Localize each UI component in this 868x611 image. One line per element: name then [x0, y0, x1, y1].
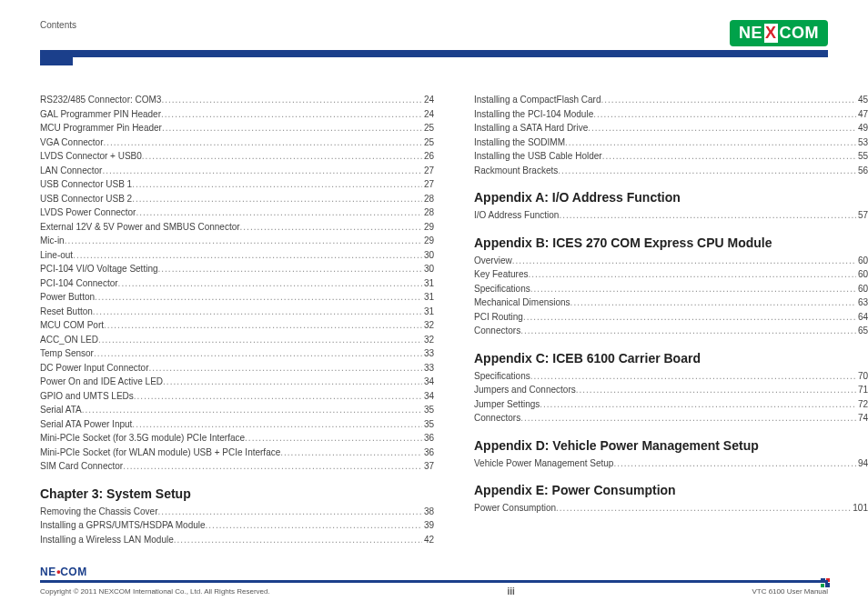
section-heading: Appendix B: ICES 270 COM Express CPU Mod… [474, 235, 868, 250]
toc-entry-label: GAL Programmer PIN Header [40, 107, 161, 122]
toc-entry-page: 70 [856, 369, 868, 384]
toc-entry-label: Vehicle Power Management Setup [474, 456, 613, 471]
toc-entry[interactable]: Installing the SODIMM53 [474, 135, 868, 150]
toc-entry-page: 35 [422, 417, 434, 432]
toc-entry[interactable]: PCI-104 Connector31 [40, 276, 434, 291]
brand-logo-mark: NEXCOM [730, 20, 828, 46]
toc-entry[interactable]: MCU Programmer Pin Header25 [40, 121, 434, 135]
toc-entry[interactable]: Temp Sensor33 [40, 346, 434, 361]
toc-leader-dots [512, 254, 856, 268]
logo-pre: NE [739, 24, 762, 43]
toc-entry[interactable]: SIM Card Connector37 [40, 459, 434, 474]
toc-leader-dots [530, 282, 856, 296]
toc-entry[interactable]: Power On and IDE Active LED34 [40, 375, 434, 389]
toc-entry[interactable]: Installing the USB Cable Holder55 [474, 149, 868, 164]
toc-entry-label: Jumper Settings [474, 397, 540, 412]
toc-entry[interactable]: VGA Connector25 [40, 135, 434, 150]
toc-entry-page: 28 [422, 192, 434, 206]
toc-entry[interactable]: Line-out30 [40, 248, 434, 263]
toc-entry-page: 35 [422, 403, 434, 417]
toc-entry-page: 31 [422, 276, 434, 291]
toc-entry-page: 37 [422, 459, 434, 474]
toc-entry[interactable]: DC Power Input Connector33 [40, 361, 434, 376]
toc-entry[interactable]: Reset Button31 [40, 305, 434, 319]
toc-entry[interactable]: Removing the Chassis Cover38 [40, 505, 434, 519]
toc-entry[interactable]: Installing the PCI-104 Module47 [474, 107, 868, 122]
toc-entry[interactable]: Mic-in29 [40, 234, 434, 248]
footer-logo: NE⦁COM [40, 566, 828, 578]
toc-leader-dots [559, 208, 855, 223]
toc-entry[interactable]: USB Connector USB 127 [40, 177, 434, 192]
toc-entry[interactable]: LAN Connector27 [40, 164, 434, 178]
toc-leader-dots [123, 459, 422, 474]
toc-entry-label: Line-out [40, 248, 73, 263]
toc-entry[interactable]: Installing a SATA Hard Drive49 [474, 121, 868, 135]
toc-entry-label: Serial ATA Power Input [40, 417, 132, 432]
toc-entry[interactable]: I/O Address Function57 [474, 208, 868, 223]
toc-entry[interactable]: Power Consumption101 [474, 501, 868, 516]
toc-leader-dots [206, 518, 422, 533]
toc-entry-label: MCU Programmer Pin Header [40, 121, 162, 135]
toc-entry-page: 28 [422, 205, 434, 220]
toc-leader-dots [82, 403, 422, 417]
toc-entry-page: 29 [422, 234, 434, 248]
toc-entry[interactable]: Mini-PCIe Socket (for WLAN module) USB +… [40, 446, 434, 460]
toc-entry[interactable]: Mechanical Dimensions63 [474, 295, 868, 310]
toc-leader-dots [149, 361, 422, 376]
toc-entry[interactable]: LVDS Connector + USB026 [40, 149, 434, 164]
toc-entry-label: Jumpers and Connectors [474, 383, 576, 397]
toc-entry[interactable]: Power Button31 [40, 290, 434, 305]
toc-entry[interactable]: Vehicle Power Management Setup94 [474, 456, 868, 471]
toc-entry[interactable]: Mini-PCIe Socket (for 3.5G module) PCIe … [40, 431, 434, 446]
toc-entry[interactable]: PCI-104 VI/O Voltage Setting30 [40, 262, 434, 276]
toc-entry-label: Installing the USB Cable Holder [474, 149, 602, 164]
toc-entry-label: Installing the SODIMM [474, 135, 565, 150]
toc-entry-label: Installing a GPRS/UMTS/HSDPA Module [40, 518, 206, 533]
toc-leader-dots [593, 107, 856, 122]
toc-entry[interactable]: Specifications70 [474, 369, 868, 384]
toc-entry[interactable]: Jumpers and Connectors71 [474, 383, 868, 397]
toc-entry-label: Temp Sensor [40, 346, 94, 361]
toc-entry[interactable]: External 12V & 5V Power and SMBUS Connec… [40, 220, 434, 235]
toc-entry[interactable]: MCU COM Port32 [40, 318, 434, 333]
toc-entry[interactable]: Serial ATA Power Input35 [40, 417, 434, 432]
toc-entry-label: Rackmount Brackets [474, 164, 558, 178]
toc-entry[interactable]: RS232/485 Connector: COM324 [40, 93, 434, 107]
toc-entry-page: 56 [856, 164, 868, 178]
toc-leader-dots [245, 431, 422, 446]
toc-entry-page: 74 [856, 411, 868, 426]
toc-entry[interactable]: Connectors74 [474, 411, 868, 426]
toc-entry-page: 30 [422, 248, 434, 263]
toc-leader-dots [570, 295, 856, 310]
toc-entry-page: 33 [422, 361, 434, 376]
toc-entry-label: Mic-in [40, 234, 65, 248]
toc-entry[interactable]: PCI Routing64 [474, 310, 868, 325]
toc-leader-dots [576, 383, 856, 397]
toc-entry[interactable]: GPIO and UMTS LEDs34 [40, 389, 434, 404]
toc-entry[interactable]: GAL Programmer PIN Header24 [40, 107, 434, 122]
toc-entry[interactable]: Jumper Settings72 [474, 397, 868, 412]
toc-entry[interactable]: Specifications60 [474, 282, 868, 296]
toc-entry[interactable]: ACC_ON LED32 [40, 333, 434, 347]
toc-entry-label: Connectors [474, 411, 520, 426]
toc-entry-page: 25 [422, 121, 434, 135]
toc-entry[interactable]: LVDS Power Connector28 [40, 205, 434, 220]
toc-entry[interactable]: Connectors65 [474, 324, 868, 338]
toc-entry[interactable]: Key Features60 [474, 267, 868, 282]
toc-entry[interactable]: Installing a GPRS/UMTS/HSDPA Module39 [40, 518, 434, 533]
toc-entry-label: Installing the PCI-104 Module [474, 107, 593, 122]
toc-entry[interactable]: Installing a Wireless LAN Module42 [40, 533, 434, 547]
toc-entry[interactable]: Installing a CompactFlash Card45 [474, 93, 868, 107]
toc-leader-dots [142, 149, 422, 164]
toc-entry[interactable]: Overview60 [474, 254, 868, 268]
toc-leader-dots [240, 220, 422, 235]
toc-entry[interactable]: Rackmount Brackets56 [474, 164, 868, 178]
toc-leader-dots [528, 267, 855, 282]
toc-entry-page: 38 [422, 505, 434, 519]
toc-entry[interactable]: USB Connector USB 228 [40, 192, 434, 206]
toc-entry-page: 36 [422, 431, 434, 446]
toc-entry[interactable]: Serial ATA35 [40, 403, 434, 417]
toc-entry-page: 42 [422, 533, 434, 547]
toc-entry-label: Installing a CompactFlash Card [474, 93, 601, 107]
footer-doc-title: VTC 6100 User Manual [752, 587, 828, 596]
